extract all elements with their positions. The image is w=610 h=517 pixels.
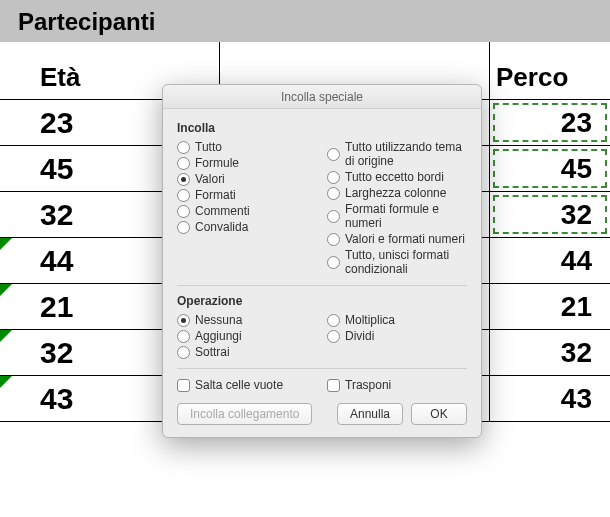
- cell-right[interactable]: 21: [490, 284, 610, 329]
- operation-option[interactable]: Dividi: [327, 328, 467, 344]
- cell-value: 23: [40, 106, 73, 140]
- operation-label: Moltiplica: [345, 313, 395, 327]
- paste-label: Formati: [195, 188, 236, 202]
- operation-option[interactable]: Aggiungi: [177, 328, 317, 344]
- paste-label: Tutto eccetto bordi: [345, 170, 444, 184]
- paste-label: Valori: [195, 172, 225, 186]
- radio-icon: [327, 256, 340, 269]
- dialog-title: Incolla speciale: [163, 85, 481, 109]
- checkbox-icon: [177, 379, 190, 392]
- paste-link-button: Incolla collegamento: [177, 403, 312, 425]
- operation-option[interactable]: Nessuna: [177, 312, 317, 328]
- operation-option[interactable]: Sottrai: [177, 344, 317, 360]
- radio-icon: [177, 346, 190, 359]
- error-indicator-icon: [0, 376, 12, 388]
- cell-value: 43: [40, 382, 73, 416]
- cell-value: 32: [40, 198, 73, 232]
- operation-label: Dividi: [345, 329, 374, 343]
- radio-icon: [177, 330, 190, 343]
- error-indicator-icon: [0, 284, 12, 296]
- paste-label: Larghezza colonne: [345, 186, 446, 200]
- radio-icon: [177, 157, 190, 170]
- paste-label: Valori e formati numeri: [345, 232, 465, 246]
- paste-option[interactable]: Valori e formati numeri: [327, 231, 467, 247]
- cell-value: 32: [561, 199, 592, 231]
- operation-section-label: Operazione: [177, 294, 467, 308]
- paste-special-dialog: Incolla speciale Incolla TuttoFormuleVal…: [162, 84, 482, 438]
- checkbox-icon: [327, 379, 340, 392]
- radio-icon: [177, 189, 190, 202]
- transpose-label: Trasponi: [345, 378, 391, 392]
- error-indicator-icon: [0, 238, 12, 250]
- radio-icon: [327, 330, 340, 343]
- operation-label: Sottrai: [195, 345, 230, 359]
- cancel-button[interactable]: Annulla: [337, 403, 403, 425]
- skip-blanks-checkbox[interactable]: Salta celle vuote: [177, 377, 317, 393]
- cell-value: 32: [40, 336, 73, 370]
- radio-icon: [177, 314, 190, 327]
- paste-option[interactable]: Formule: [177, 155, 317, 171]
- paste-option[interactable]: Tutto eccetto bordi: [327, 169, 467, 185]
- cell-value: 21: [561, 291, 592, 323]
- paste-section-label: Incolla: [177, 121, 467, 135]
- cell-right[interactable]: 43: [490, 376, 610, 421]
- paste-label: Formati formule e numeri: [345, 202, 467, 230]
- cell-value: 21: [40, 290, 73, 324]
- paste-option[interactable]: Tutto: [177, 139, 317, 155]
- paste-option[interactable]: Larghezza colonne: [327, 185, 467, 201]
- operation-option[interactable]: Moltiplica: [327, 312, 467, 328]
- radio-icon: [327, 314, 340, 327]
- paste-label: Tutto: [195, 140, 222, 154]
- cell-right[interactable]: 44: [490, 238, 610, 283]
- operation-label: Nessuna: [195, 313, 242, 327]
- paste-option[interactable]: Convalida: [177, 219, 317, 235]
- radio-icon: [327, 171, 340, 184]
- paste-option[interactable]: Formati formule e numeri: [327, 201, 467, 231]
- radio-icon: [327, 210, 340, 223]
- paste-option[interactable]: Commenti: [177, 203, 317, 219]
- paste-label: Convalida: [195, 220, 248, 234]
- ok-button[interactable]: OK: [411, 403, 467, 425]
- cell-value: 32: [561, 337, 592, 369]
- cell-value: 44: [561, 245, 592, 277]
- radio-icon: [327, 233, 340, 246]
- paste-label: Formule: [195, 156, 239, 170]
- paste-label: Tutto, unisci formati condizionali: [345, 248, 467, 276]
- operation-label: Aggiungi: [195, 329, 242, 343]
- radio-icon: [327, 148, 340, 161]
- radio-icon: [327, 187, 340, 200]
- paste-option[interactable]: Valori: [177, 171, 317, 187]
- cell-right[interactable]: 32: [490, 192, 610, 237]
- cell-value: 23: [561, 107, 592, 139]
- radio-icon: [177, 221, 190, 234]
- cell-right[interactable]: 32: [490, 330, 610, 375]
- radio-icon: [177, 141, 190, 154]
- cell-value: 45: [40, 152, 73, 186]
- radio-icon: [177, 173, 190, 186]
- paste-label: Tutto utilizzando tema di origine: [345, 140, 467, 168]
- error-indicator-icon: [0, 330, 12, 342]
- cell-right[interactable]: 45: [490, 146, 610, 191]
- skip-blanks-label: Salta celle vuote: [195, 378, 283, 392]
- cell-value: 43: [561, 383, 592, 415]
- cell-value: 44: [40, 244, 73, 278]
- paste-option[interactable]: Tutto utilizzando tema di origine: [327, 139, 467, 169]
- paste-label: Commenti: [195, 204, 250, 218]
- cell-value: 45: [561, 153, 592, 185]
- cell-right[interactable]: 23: [490, 100, 610, 145]
- col-header-right[interactable]: Perco: [490, 42, 610, 99]
- radio-icon: [177, 205, 190, 218]
- transpose-checkbox[interactable]: Trasponi: [327, 377, 467, 393]
- paste-option[interactable]: Tutto, unisci formati condizionali: [327, 247, 467, 277]
- page-title: Partecipanti: [0, 0, 610, 42]
- paste-option[interactable]: Formati: [177, 187, 317, 203]
